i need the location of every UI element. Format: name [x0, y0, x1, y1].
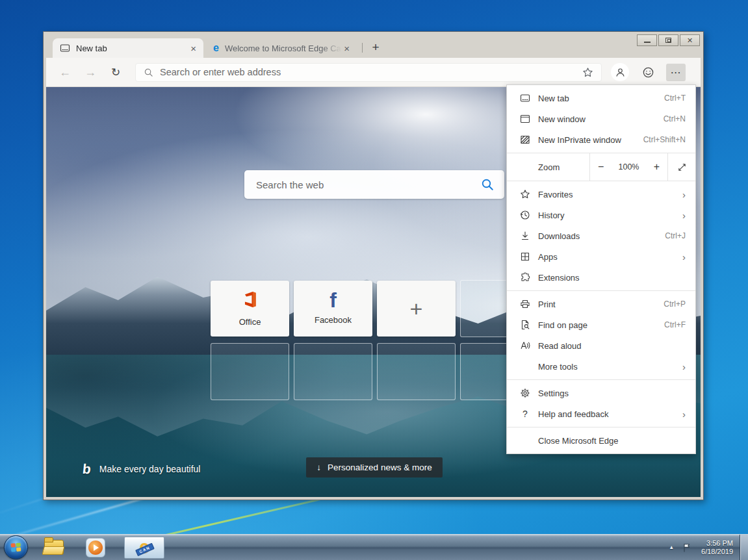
blank-icon	[520, 361, 530, 372]
search-magnifier-icon[interactable]	[481, 178, 494, 191]
menu-item-new-inprivate-window[interactable]: New InPrivate window Ctrl+Shift+N	[507, 129, 695, 150]
top-site-tile-facebook[interactable]: f Facebook	[294, 281, 372, 337]
tile-label: Office	[239, 317, 261, 327]
menu-item-new-tab[interactable]: New tab Ctrl+T	[507, 88, 695, 108]
menu-item-label: Help and feedback	[538, 409, 682, 419]
new-tab-page-icon	[60, 43, 70, 53]
menu-item-close-microsoft-edge[interactable]: Close Microsoft Edge	[507, 430, 695, 451]
menu-item-label: New InPrivate window	[538, 135, 643, 145]
menu-item-label: Apps	[538, 252, 682, 262]
show-desktop-button[interactable]	[740, 535, 748, 560]
tile-label: Facebook	[315, 315, 352, 325]
refresh-button[interactable]: ↻	[106, 62, 125, 82]
minimize-button[interactable]	[637, 34, 657, 46]
find-on-page-icon	[520, 320, 530, 330]
menu-item-label: New tab	[538, 94, 664, 103]
tab-divider	[362, 43, 363, 53]
menu-item-read-aloud[interactable]: Read aloud	[507, 335, 695, 356]
taskbar-explorer-button[interactable]	[42, 537, 66, 558]
close-icon: ✕	[687, 36, 693, 45]
menu-item-label: Find on page	[538, 320, 664, 330]
back-button[interactable]: ←	[55, 62, 75, 82]
top-site-tile-office[interactable]: Office	[211, 281, 289, 337]
tab-close-icon[interactable]: ×	[188, 44, 198, 53]
start-button[interactable]	[4, 535, 28, 559]
read-aloud-icon	[520, 340, 530, 351]
menu-item-label: Print	[538, 299, 664, 309]
new-tab-button[interactable]: +	[367, 39, 384, 56]
extensions-puzzle-icon	[520, 272, 530, 283]
taskbar-edge-canary-button[interactable]: e CAN	[124, 537, 164, 559]
maximize-button[interactable]	[658, 34, 678, 46]
clock-date: 6/18/2019	[701, 548, 733, 556]
profile-button[interactable]	[611, 63, 629, 81]
print-icon	[520, 299, 530, 309]
menu-zoom-row: Zoom − 100% +	[507, 153, 695, 181]
tab-new-tab[interactable]: New tab ×	[53, 38, 203, 58]
menu-item-settings[interactable]: Settings	[507, 383, 695, 403]
downloads-icon	[520, 231, 530, 241]
zoom-label: Zoom	[507, 153, 589, 181]
media-player-icon	[86, 538, 105, 557]
empty-tile	[294, 343, 372, 400]
address-input[interactable]	[160, 67, 576, 77]
history-icon	[520, 210, 530, 220]
personalized-news-button[interactable]: ↓ Personalized news & more	[306, 457, 443, 477]
menu-item-label: New window	[538, 114, 664, 124]
forward-button[interactable]: →	[81, 62, 100, 82]
web-search-input[interactable]	[256, 179, 481, 190]
address-bar[interactable]	[135, 63, 602, 82]
action-center-flag-icon[interactable]	[678, 542, 696, 553]
blank-icon	[520, 435, 530, 446]
tab-strip: New tab × e Welcome to Microsoft Edge Ca…	[46, 35, 701, 58]
inprivate-icon	[520, 134, 530, 145]
feedback-smiley-button[interactable]	[638, 62, 658, 82]
bing-attribution: b Make every day beautiful	[83, 461, 200, 477]
bookmark-star-icon[interactable]	[582, 67, 593, 78]
fullscreen-button[interactable]	[668, 153, 695, 181]
menu-item-print[interactable]: Print Ctrl+P	[507, 294, 695, 314]
favorites-star-icon	[520, 189, 530, 199]
empty-tile	[211, 343, 289, 400]
menu-item-label: More tools	[538, 362, 682, 372]
wallpaper-caption: Make every day beautiful	[99, 464, 201, 474]
menu-item-shortcut: Ctrl+Shift+N	[643, 135, 686, 144]
menu-item-label: Downloads	[538, 231, 665, 241]
zoom-in-button[interactable]: +	[654, 161, 660, 173]
chevron-right-icon: ›	[682, 362, 686, 372]
menu-item-help-and-feedback[interactable]: ? Help and feedback ›	[507, 403, 695, 424]
add-site-tile[interactable]: +	[377, 281, 456, 337]
clock-time: 3:56 PM	[701, 539, 733, 548]
menu-item-label: Read aloud	[538, 341, 686, 351]
menu-item-favorites[interactable]: Favorites ›	[507, 184, 695, 205]
menu-item-extensions[interactable]: Extensions	[507, 267, 695, 288]
menu-item-find-on-page[interactable]: Find on page Ctrl+F	[507, 314, 695, 335]
taskbar: e CAN ▲ 3:56 PM 6/18/2019	[0, 534, 748, 560]
menu-item-label: Extensions	[538, 273, 686, 283]
menu-item-label: Settings	[538, 388, 686, 398]
zoom-controls: − 100% +	[589, 153, 668, 181]
tab-close-icon[interactable]: ×	[342, 44, 352, 53]
menu-item-more-tools[interactable]: More tools ›	[507, 356, 695, 377]
menu-item-shortcut: Ctrl+F	[664, 320, 686, 329]
chevron-right-icon: ›	[682, 409, 686, 419]
settings-and-more-button[interactable]: ⋯	[666, 64, 686, 81]
show-hidden-icons-button[interactable]: ▲	[665, 544, 678, 550]
menu-item-apps[interactable]: Apps ›	[507, 246, 695, 267]
windows-logo-icon	[10, 542, 21, 552]
menu-item-shortcut: Ctrl+N	[664, 114, 686, 123]
menu-item-shortcut: Ctrl+T	[664, 94, 686, 103]
taskbar-clock[interactable]: 3:56 PM 6/18/2019	[696, 539, 740, 556]
news-button-label: Personalized news & more	[328, 463, 432, 472]
close-window-button[interactable]: ✕	[680, 34, 700, 46]
menu-item-label: Favorites	[538, 190, 682, 199]
menu-item-downloads[interactable]: Downloads Ctrl+J	[507, 225, 695, 246]
web-search-box[interactable]	[244, 170, 504, 199]
help-icon: ?	[520, 409, 530, 419]
zoom-out-button[interactable]: −	[598, 161, 604, 173]
tab-welcome[interactable]: e Welcome to Microsoft Edge Can ×	[206, 38, 357, 58]
office-icon	[241, 290, 259, 311]
menu-item-history[interactable]: History ›	[507, 205, 695, 225]
menu-item-new-window[interactable]: New window Ctrl+N	[507, 108, 695, 129]
taskbar-media-player-button[interactable]	[84, 537, 107, 558]
